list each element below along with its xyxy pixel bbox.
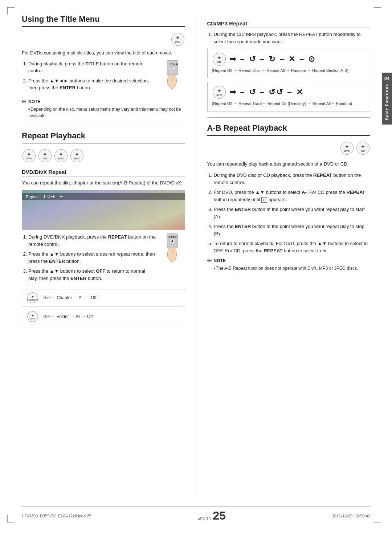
svg-rect-2 (169, 67, 176, 70)
repeat-divx-badge: ✦ DivX (70, 149, 83, 162)
svg-text:4: 4 (171, 239, 173, 243)
repeat-bar-text: Repeat (26, 195, 38, 199)
title-note-item-1: Depending on the disc, menu setup items … (28, 106, 185, 119)
title-bold-1: TITLE (86, 61, 99, 66)
svg-text:REPEAT: REPEAT (168, 236, 178, 238)
repeat-bold-1: REPEAT (108, 234, 127, 240)
mp3-seq-badge: ✦ MP3 (213, 86, 226, 99)
repeat-playback-heading: Repeat Playback (22, 131, 185, 143)
ab-step-5: To return to normal playback, For DVD, p… (214, 240, 371, 254)
ab-bold-1: REPEAT (313, 172, 332, 178)
title-step-2: Press the ▲▼◄► buttons to make the desir… (28, 77, 156, 91)
footer-page-number: 25 (213, 509, 226, 522)
main-content: Using the Title Menu ✦ DVD For DVDs cont… (22, 15, 370, 496)
repeat-steps-with-remote: During DVD/DivX playback, press the REPE… (22, 233, 185, 285)
mp3-seq-icon-row: ✦ MP3 ➟ – ↺ – ↺↺ – ✕ (212, 85, 366, 99)
repeat-diagram: Repeat ⬆ OFF ↩ (22, 190, 185, 230)
cdmp3-step-1: During the CD/ MP3 playback, press the R… (214, 31, 371, 45)
ab-bold-2a: A- (302, 190, 307, 195)
repeat-bold-2: ENTER (49, 259, 65, 264)
repeat-step-3: Press the ▲▼ buttons to select OFF to re… (28, 268, 156, 282)
cd-seq-badge: ✦ CD (213, 53, 226, 66)
mp3-seq-symbols: ➟ – ↺ – ↺↺ – ✕ (229, 88, 304, 97)
ab-bold-5: REPEAT (264, 248, 282, 253)
ab-note-item-1: The A-B Repeat function does not operate… (214, 265, 371, 272)
ab-repeat-section: A-B Repeat Playback ✦ DVD ✦ CD You can r… (207, 123, 371, 272)
footer: HT-D350_D355-TK_ENG-1228.indd 25 English… (22, 507, 370, 522)
repeat-dvd-badge: ✦ DVD (23, 149, 36, 162)
cd-seq-symbols: ➟ – ↺ – ↻ – ✕ – ⊙ (229, 54, 316, 64)
footer-english-label: English (197, 516, 211, 520)
ab-step-4: Press the ENTER button at the point wher… (214, 223, 371, 237)
chart-divx-badge: ✦ DivX (27, 311, 38, 322)
svg-text:TITLE: TITLE (170, 63, 178, 66)
dvddivx-desc: You can repeat the title, chapter or the… (22, 179, 185, 187)
mp3-seq-box: ✦ MP3 ➟ – ↺ – ↺↺ – ✕ (Repeat Off → Repea… (207, 82, 371, 111)
repeat-cd-badge: ✦ CD (38, 149, 52, 162)
repeat-playback-section: Repeat Playback ✦ DVD ✦ CD ✦ MP3 (22, 131, 185, 326)
title-note-content: Depending on the disc, menu setup items … (22, 106, 185, 119)
cdmp3-section: CD/MP3 Repeat During the CD/ MP3 playbac… (207, 20, 371, 111)
remote-hand-image: TITLE A (160, 60, 185, 89)
ab-badges-row: ✦ DVD ✦ CD (207, 141, 371, 155)
ab-intro: You can repeatedly play back a designate… (207, 160, 371, 168)
left-divider (22, 125, 185, 125)
repeat-bold-3b: ENTER (70, 276, 86, 281)
ab-symbol: ⊙ (261, 197, 267, 203)
chart-row-1: ✦ DVD/HDZO Title → Chapter → A - → Off (22, 289, 185, 306)
ab-bold-2b: REPEAT (347, 190, 366, 195)
repeat-step-1: During DVD/DivX playback, press the REPE… (28, 233, 156, 248)
ab-note-list: The A-B Repeat function does not operate… (207, 265, 371, 272)
repeat-chart-rows: ✦ DVD/HDZO Title → Chapter → A - → Off ✦… (22, 289, 185, 325)
ab-heading: A-B Repeat Playback (207, 123, 371, 136)
repeat-badges-row: ✦ DVD ✦ CD ✦ MP3 ✦ DivX (22, 149, 185, 163)
ab-dvd-badge: ✦ DVD (340, 142, 354, 155)
page-number-area: English 25 (197, 509, 226, 522)
ab-steps-list: During the DVD disc or CD playback, pres… (207, 172, 371, 254)
cd-seq-box: ✦ CD ➟ – ↺ – ↻ – ✕ – ⊙ (Repeat Off → Rep… (207, 49, 371, 78)
title-menu-intro: For DVDs containing multiple titles, you… (22, 49, 185, 57)
remote-hand-4-svg: REPEAT 4 (160, 233, 185, 263)
ab-note: ✏ NOTE The A-B Repeat function does not … (207, 258, 371, 272)
ab-step-3: Press the ENTER button at the point wher… (214, 206, 371, 220)
pencil-icon: ✏ (22, 99, 26, 105)
title-bold-2: ENTER (60, 85, 75, 90)
repeat-mp3-badge: ✦ MP3 (54, 149, 68, 162)
title-steps-with-remote: During playback, press the TITLE button … (22, 60, 185, 95)
chart-row-2: ✦ DivX Title → Folder → All → Off (22, 308, 185, 325)
repeat-steps-list: During DVD/DivX playback, press the REPE… (22, 233, 156, 282)
dvd-icon-badge: ✦ DVD (171, 33, 184, 46)
side-tab-label: Basic Functions (385, 82, 389, 122)
title-menu-section: Using the Title Menu ✦ DVD For DVDs cont… (22, 15, 185, 119)
chart-row-2-text: Title → Folder → All → Off (42, 314, 93, 319)
ab-step-2: For DVD, press the ▲▼ buttons to select … (214, 189, 371, 203)
ab-bold-3: ENTER (235, 207, 251, 212)
chart-dvd-badge: ✦ DVD/HDZO (27, 292, 38, 303)
repeat-diagram-bar: Repeat ⬆ OFF ↩ (22, 193, 185, 200)
cdmp3-heading: CD/MP3 Repeat (207, 20, 371, 28)
ab-note-label: ✏ NOTE (207, 258, 371, 264)
ab-cd-badge: ✦ CD (356, 142, 369, 155)
cd-seq-icon-row: ✦ CD ➟ – ↺ – ↻ – ✕ – ⊙ (212, 52, 366, 66)
ab-pencil-icon: ✏ (207, 258, 212, 264)
title-steps: During playback, press the TITLE button … (22, 60, 156, 95)
title-note: ✏ NOTE Depending on the disc, menu setup… (22, 99, 185, 119)
title-note-list: Depending on the disc, menu setup items … (22, 106, 185, 119)
title-step-1: During playback, press the TITLE button … (28, 60, 156, 74)
mp3-seq-desc: (Repeat Off → Repeat Track→ Repeat Dir (… (212, 101, 366, 106)
remote-hand-svg: TITLE A (160, 60, 185, 89)
page: Using the Title Menu ✦ DVD For DVDs cont… (0, 0, 392, 537)
footer-file-info: HT-D350_D355-TK_ENG-1228.indd 25 (22, 514, 91, 518)
repeat-step-2: Press the ▲▼ buttons to select a desired… (28, 251, 156, 265)
footer-date-time: 2011-12-29 10:58:42 (332, 514, 370, 518)
title-menu-heading: Using the Title Menu (22, 15, 185, 27)
ab-note-content: The A-B Repeat function does not operate… (207, 265, 371, 272)
chart-row-1-text: Title → Chapter → A - → Off (42, 295, 97, 300)
title-note-label: ✏ NOTE (22, 99, 185, 105)
right-column: CD/MP3 Repeat During the CD/ MP3 playbac… (196, 15, 371, 496)
side-tab: 04 Basic Functions (382, 73, 392, 125)
ab-step-1: During the DVD disc or CD playback, pres… (214, 172, 371, 186)
side-tab-number: 04 (384, 76, 389, 81)
svg-text:A: A (171, 67, 172, 70)
cdmp3-steps: During the CD/ MP3 playback, press the R… (207, 31, 371, 45)
